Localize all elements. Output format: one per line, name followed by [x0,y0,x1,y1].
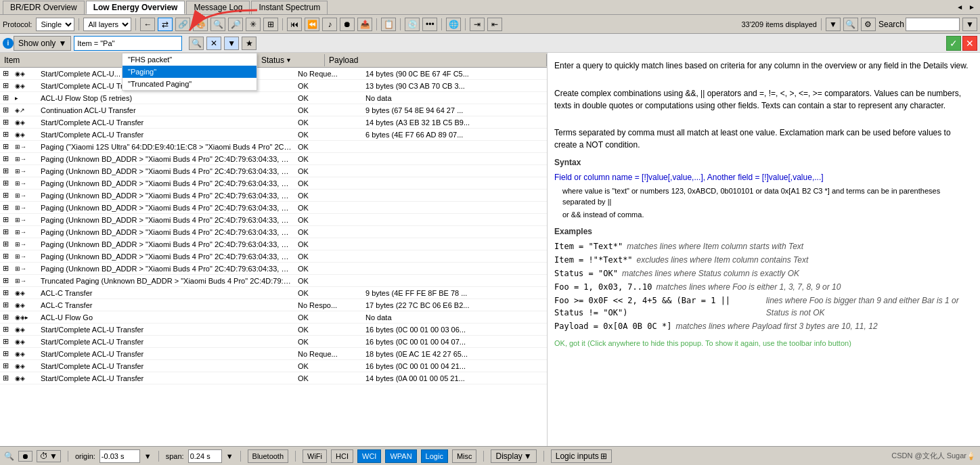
filter-cancel-btn[interactable]: ✕ [962,36,977,51]
table-row[interactable]: ⊞ ◉◈ ACL-C Transfer No Respo... 17 bytes… [0,299,547,311]
tab-prev-arrow[interactable]: ◄ [954,3,965,11]
suggestion-truncated[interactable]: "Truncated Paging" [122,78,257,90]
row-expand[interactable]: ⊞ [0,337,14,346]
help-panel[interactable]: Enter a query to quickly match lines bas… [547,53,980,446]
settings-btn[interactable]: ⚙ [861,18,876,31]
filter-magnify-btn[interactable]: 🔍 [189,37,204,50]
table-row[interactable]: ⊞ ◉◈ ACL-C Transfer OK 9 bytes (4E FF FE… [0,287,547,299]
row-expand[interactable]: ⊞ [0,81,14,90]
row-expand[interactable]: ⊞ [0,264,14,273]
table-row[interactable]: ⊞ ◉◈ Start/Complete ACL-U Transfer OK 13… [0,80,547,92]
table-row[interactable]: ⊞ ◉◈ Start/Complete ACL-U Transfer OK 16… [0,324,547,336]
table-row[interactable]: ⊞ ⊞→ Paging (Unknown BD_ADDR > "Xiaomi B… [0,190,547,202]
filter-confirm-btn[interactable]: ✓ [946,36,961,51]
row-expand[interactable]: ⊞ [0,215,14,224]
ok-got-it[interactable]: OK, got it (Click anywhere to hide this … [554,338,973,349]
tab-next-arrow[interactable]: ► [966,3,977,11]
send-btn[interactable]: 📤 [357,18,372,31]
globe-btn[interactable]: 🌐 [446,18,461,31]
rew-btn[interactable]: ⏪ [305,18,319,31]
table-row[interactable]: ⊞ ◉◈ Start/Complete ACL-U Transfer OK 14… [0,372,547,384]
filter-star-btn[interactable]: ★ [242,37,257,50]
suggestion-fhs[interactable]: "FHS packet" [122,53,257,66]
row-expand[interactable]: ⊞ [0,349,14,358]
row-expand[interactable]: ⊞ [0,203,14,212]
row-expand[interactable]: ⊞ [0,252,14,261]
row-expand[interactable]: ⊞ [0,361,14,370]
table-row[interactable]: ⊞ ⊞→ Truncated Paging (Unknown BD_ADDR >… [0,275,547,287]
bluetooth-btn[interactable]: Bluetooth [248,449,288,463]
more-btn[interactable]: ▼ [962,18,977,31]
display-btn[interactable]: Display▼ [491,449,536,463]
row-expand[interactable]: ⊞ [0,93,14,102]
export-btn[interactable]: ⇥ [470,18,485,31]
table-row[interactable]: ⊞ ⊞→ Paging (Unknown BD_ADDR > "Xiaomi B… [0,238,547,250]
table-row[interactable]: ⊞ ⊞→ Paging (Unknown BD_ADDR > "Xiaomi B… [0,177,547,190]
import-btn[interactable]: ⇤ [487,18,502,31]
row-expand[interactable]: ⊞ [0,301,14,309]
row-expand[interactable]: ⊞ [0,130,14,139]
row-expand[interactable]: ⊞ [0,179,14,187]
table-row[interactable]: ⊞ ◉◈ Start/Complete ACL-U Transfer OK 16… [0,360,547,372]
hci-btn[interactable]: HCI [331,449,353,463]
row-expand[interactable]: ⊞ [0,118,14,127]
row-expand[interactable]: ⊞ [0,142,14,151]
protocol-select[interactable]: Single [36,18,74,31]
wpan-btn[interactable]: WPAN [385,449,416,463]
magnify-btn[interactable]: 🔍 [843,18,858,31]
note-btn[interactable]: ♪ [322,18,337,31]
show-only-button[interactable]: Show only ▼ [14,36,71,51]
row-expand[interactable]: ⊞ [0,69,14,78]
table-row[interactable]: ⊞ ⊞→ Paging (Unknown BD_ADDR > "Xiaomi B… [0,153,547,165]
row-expand[interactable]: ⊞ [0,167,14,175]
tab-bredr[interactable]: BR/EDR Overview [3,1,85,14]
rec-btn[interactable]: ⏺ [340,18,355,31]
row-expand[interactable]: ⊞ [0,276,14,285]
layers-select[interactable]: All layers [83,18,131,31]
table-row[interactable]: ⊞ ◉◈ Start/Complete ACL-U Transfer OK 14… [0,116,547,129]
origin-input[interactable] [99,449,140,463]
asterisk-btn[interactable]: ✳ [246,18,261,31]
link-btn[interactable]: 🔗 [175,18,190,31]
tab-low-energy[interactable]: Low Energy Overview [86,1,185,14]
table-row[interactable]: ⊞ ⊞→ Paging (Unknown BD_ADDR > "Xiaomi B… [0,226,547,238]
logic-inputs-btn[interactable]: Logic inputs ⊞ [551,449,612,463]
back-btn[interactable]: ← [140,18,155,31]
logic-btn[interactable]: Logic [421,449,448,463]
table-row[interactable]: ⊞ ⊞→ Paging (Unknown BD_ADDR > "Xiaomi B… [0,202,547,214]
table-row[interactable]: ⊞ ⊞→ Paging (Unknown BD_ADDR > "Xiaomi B… [0,250,547,263]
table-row[interactable]: ⊞ ⊞→ Paging (Unknown BD_ADDR > "Xiaomi B… [0,165,547,177]
filter-x-btn[interactable]: ✕ [206,37,221,50]
misc-btn[interactable]: Misc [452,449,477,463]
table-row[interactable]: ⊞ ◉◈ Start/Complete ACL-U... No Reque...… [0,68,547,80]
find-btn[interactable]: 🔎 [228,18,243,31]
copy-btn[interactable]: 📋 [381,18,396,31]
search-toolbar-btn[interactable]: 🔍 [210,18,225,31]
table-row[interactable]: ⊞ ◉◈▸ ACL-U Flow Go OK No data [0,311,547,324]
col-header-payload[interactable]: Payload [325,54,547,66]
status-settings-btn[interactable]: ⏱▼ [37,450,61,462]
wci-btn[interactable]: WCI [357,449,381,463]
row-expand[interactable]: ⊞ [0,313,14,322]
row-expand[interactable]: ⊞ [0,288,14,297]
wifi-btn[interactable]: WiFi [303,449,327,463]
step-back-btn[interactable]: ⏮ [287,18,302,31]
grid-btn[interactable]: ⊞ [263,18,278,31]
col-header-status[interactable]: Status ▼ [257,54,325,66]
table-row[interactable]: ⊞ ◉◈ Start/Complete ACL-U Transfer No Re… [0,348,547,360]
disc-btn[interactable]: 💿 [405,18,420,31]
row-expand[interactable]: ⊞ [0,106,14,114]
table-row[interactable]: ⊞ ⊞→ Paging ("Xiaomi 12S Ultra" 64:DD:E9… [0,141,547,153]
table-row[interactable]: ⊞ ⊞→ Paging (Unknown BD_ADDR > "Xiaomi B… [0,214,547,226]
color-btn[interactable]: 🎨 [193,18,208,31]
status-record-btn[interactable]: ⏺ [18,451,32,462]
tab-message-log[interactable]: Message Log [186,1,250,14]
row-expand[interactable]: ⊞ [0,154,14,163]
row-expand[interactable]: ⊞ [0,191,14,200]
suggestion-paging[interactable]: "Paging" [122,66,257,78]
ellipsis-btn[interactable]: ••• [422,18,437,31]
table-row[interactable]: ⊞ ◉◈ Start/Complete ACL-U Transfer OK 16… [0,336,547,348]
search-input[interactable] [906,18,960,31]
span-input[interactable] [188,449,222,463]
table-row[interactable]: ⊞ ◉◈ Start/Complete ACL-U Transfer OK 6 … [0,129,547,141]
